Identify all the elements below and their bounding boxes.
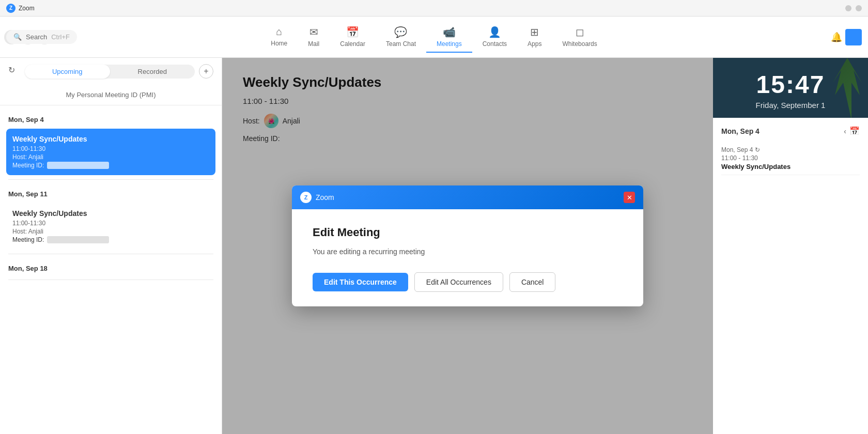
meetings-list: Mon, Sep 4 Weekly Sync/Updates 11:00-11:… — [0, 105, 222, 434]
meeting-card-id: Meeting ID: — [12, 162, 209, 169]
date-group-header: Mon, Sep 4 — [0, 110, 222, 127]
team-chat-label: Team Chat — [386, 40, 416, 48]
user-avatar[interactable] — [845, 29, 862, 45]
calendar-label: Calendar — [340, 40, 365, 48]
refresh-icon[interactable]: ↻ — [8, 65, 21, 78]
sidebar-tabs: UpcomingRecorded — [25, 65, 195, 79]
tab-upcoming[interactable]: Upcoming — [25, 65, 110, 79]
nav-item-home[interactable]: ⌂Home — [260, 22, 298, 53]
contacts-icon: 👤 — [488, 26, 501, 38]
meeting-card-title: Weekly Sync/Updates — [12, 135, 209, 143]
meetings-icon: 📹 — [443, 26, 456, 38]
home-icon: ⌂ — [276, 26, 282, 38]
meetings-label: Meetings — [437, 40, 462, 48]
contacts-label: Contacts — [483, 40, 507, 48]
mail-icon: ✉ — [309, 26, 318, 38]
modal-close-button[interactable]: ✕ — [624, 192, 635, 203]
titlebar: Z Zoom — [0, 0, 868, 17]
meeting-card[interactable]: Weekly Sync/Updates 11:00-11:30 Host: An… — [6, 129, 215, 175]
cancel-button[interactable]: Cancel — [509, 272, 556, 292]
whiteboards-label: Whiteboards — [562, 40, 597, 48]
meeting-card-title: Weekly Sync/Updates — [12, 209, 209, 218]
calendar-panel: Mon, Sep 4 ‹ 📅 Mon, Sep 4 ↻ 11:00 - 11:3… — [713, 118, 868, 434]
window-controls — [845, 5, 862, 11]
app-logo: Z — [6, 4, 16, 13]
separator — [8, 254, 213, 254]
modal-subtitle: You are editing a recurring meeting — [313, 247, 623, 256]
nav-item-mail[interactable]: ✉Mail — [298, 22, 330, 53]
right-panel: 15:47 Friday, September 1 Mon, Sep 4 ‹ 📅… — [713, 58, 868, 434]
sidebar: ↻ UpcomingRecorded + My Personal Meeting… — [0, 58, 222, 434]
maximize-button[interactable] — [856, 5, 862, 11]
edit-meeting-modal: Z Zoom ✕ Edit Meeting You are editing a … — [292, 185, 643, 306]
modal-header-left: Z Zoom — [300, 192, 334, 203]
search-shortcut: Ctrl+F — [51, 33, 70, 41]
cal-event-date: Mon, Sep 4 ↻ — [721, 146, 860, 153]
nav-item-calendar[interactable]: 📅Calendar — [330, 22, 376, 53]
edit-this-occurrence-button[interactable]: Edit This Occurrence — [313, 273, 408, 291]
calendar-event: Mon, Sep 4 ↻ 11:00 - 11:30 Weekly Sync/U… — [721, 142, 860, 175]
nav-item-whiteboards[interactable]: ◻Whiteboards — [552, 22, 607, 53]
meeting-card-id: Meeting ID: — [12, 236, 209, 243]
date-group-header: Mon, Sep 18 — [0, 258, 222, 275]
calendar-prev-button[interactable]: ‹ — [844, 126, 846, 136]
cal-refresh-icon: ↻ — [755, 146, 760, 153]
main-layout: ↻ UpcomingRecorded + My Personal Meeting… — [0, 58, 868, 434]
modal-overlay: Z Zoom ✕ Edit Meeting You are editing a … — [222, 58, 713, 434]
meeting-card-time: 11:00-11:30 — [12, 145, 209, 152]
meeting-card-host: Host: Anjali — [12, 228, 209, 235]
home-label: Home — [271, 40, 287, 47]
top-navigation: ‹ › ↺ 🔍 Search Ctrl+F ⌂Home✉Mail📅Calenda… — [0, 17, 868, 58]
modal-zoom-logo: Z — [300, 192, 312, 203]
cal-event-time: 11:00 - 11:30 — [721, 154, 860, 162]
cal-event-title: Weekly Sync/Updates — [721, 163, 860, 171]
minimize-button[interactable] — [845, 5, 851, 11]
notification-icon[interactable]: 🔔 — [831, 32, 842, 43]
meeting-id-value — [47, 162, 109, 169]
separator — [8, 280, 213, 280]
meeting-card-time: 11:00-11:30 — [12, 220, 209, 227]
search-icon: 🔍 — [13, 33, 22, 41]
tab-recorded[interactable]: Recorded — [110, 65, 195, 79]
calendar-icon: 📅 — [346, 26, 359, 38]
team-chat-icon: 💬 — [394, 26, 407, 38]
apps-label: Apps — [528, 40, 541, 48]
modal-actions: Edit This Occurrence Edit All Occurrence… — [313, 272, 623, 292]
modal-header-title: Zoom — [316, 193, 334, 202]
calendar-grid-icon[interactable]: 📅 — [849, 126, 860, 136]
add-meeting-button[interactable]: + — [199, 64, 213, 79]
meeting-detail: Weekly Sync/Updates 11:00 - 11:30 Host: … — [222, 58, 713, 434]
sidebar-header: ↻ UpcomingRecorded + — [0, 58, 222, 85]
meeting-id-value — [47, 236, 109, 243]
edit-all-occurrences-button[interactable]: Edit All Occurrences — [414, 272, 503, 292]
calendar-events: Mon, Sep 4 ↻ 11:00 - 11:30 Weekly Sync/U… — [721, 142, 860, 175]
meeting-card-host: Host: Anjali — [12, 153, 209, 161]
app-title: Zoom — [19, 5, 845, 12]
whiteboards-icon: ◻ — [576, 26, 584, 38]
meeting-card[interactable]: Weekly Sync/Updates 11:00-11:30 Host: An… — [6, 203, 215, 250]
nav-item-meetings[interactable]: 📹Meetings — [426, 22, 472, 53]
clock-date: Friday, September 1 — [721, 101, 860, 110]
separator — [8, 179, 213, 180]
mail-label: Mail — [308, 40, 319, 48]
search-label: Search — [26, 33, 47, 41]
date-group-header: Mon, Sep 11 — [0, 184, 222, 201]
nav-item-team-chat[interactable]: 💬Team Chat — [376, 22, 426, 53]
apps-icon: ⊞ — [530, 26, 539, 38]
modal-header: Z Zoom ✕ — [292, 185, 643, 209]
nav-item-apps[interactable]: ⊞Apps — [517, 22, 552, 53]
modal-heading: Edit Meeting — [313, 226, 623, 239]
modal-body: Edit Meeting You are editing a recurring… — [292, 209, 643, 306]
nav-items: ⌂Home✉Mail📅Calendar💬Team Chat📹Meetings👤C… — [260, 22, 608, 53]
calendar-title: Mon, Sep 4 — [721, 127, 760, 135]
calendar-controls: ‹ 📅 — [844, 126, 860, 136]
calendar-header: Mon, Sep 4 ‹ 📅 — [721, 126, 860, 136]
nav-item-contacts[interactable]: 👤Contacts — [472, 22, 517, 53]
search-bar[interactable]: 🔍 Search Ctrl+F — [6, 30, 77, 44]
pmi-label: My Personal Meeting ID (PMI) — [0, 85, 222, 105]
